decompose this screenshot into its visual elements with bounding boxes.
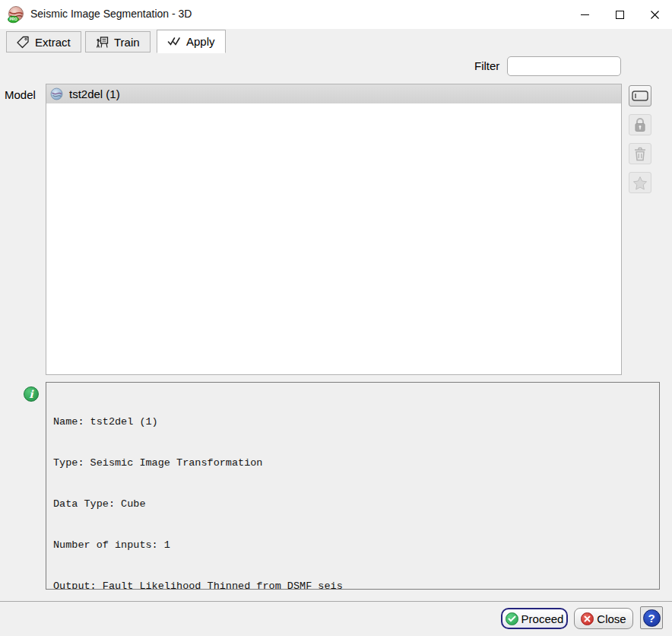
logo-pro-badge: PRO (10, 17, 17, 21)
double-check-icon (167, 36, 181, 47)
help-button[interactable]: ? (640, 606, 663, 629)
tab-extract-label: Extract (35, 36, 71, 49)
info-line-data-type: Data Type: Cube (53, 498, 652, 511)
proceed-button[interactable]: Proceed (501, 608, 568, 629)
info-line-inputs: Number of inputs: 1 (53, 539, 652, 552)
maximize-button[interactable] (602, 0, 637, 29)
trainer-board-icon (96, 36, 109, 49)
close-icon (650, 10, 660, 20)
model-item-label: tst2del (1) (69, 87, 120, 100)
filter-input[interactable] (507, 56, 621, 76)
model-list-item[interactable]: tst2del (1) (46, 84, 621, 103)
filter-label: Filter (474, 59, 499, 72)
footer-separator (0, 601, 672, 602)
maximize-icon (616, 11, 624, 19)
star-icon (632, 176, 648, 190)
trash-icon (634, 147, 646, 161)
minimize-button[interactable] (567, 0, 602, 29)
tab-train-label: Train (114, 36, 140, 49)
tab-extract[interactable]: Extract (6, 31, 81, 52)
rename-button[interactable] (629, 85, 651, 107)
info-line-type: Type: Seismic Image Transformation (53, 456, 652, 470)
model-label: Model (5, 88, 36, 101)
close-window-button[interactable] (637, 0, 672, 29)
tab-train[interactable]: Train (85, 31, 151, 52)
x-circle-icon (581, 612, 594, 625)
info-line-name: Name: tst2del (1) (53, 415, 652, 429)
info-icon: i (24, 386, 39, 402)
tab-apply[interactable]: Apply (157, 30, 226, 53)
titlebar: PRO Seismic Image Segmentation - 3D (0, 0, 672, 29)
info-line-output: Output: Fault_Likelihood_Thinned_from_DS… (53, 580, 652, 590)
check-circle-icon (506, 612, 518, 625)
proceed-label: Proceed (521, 612, 564, 625)
favorite-button (629, 172, 651, 193)
question-mark-icon: ? (643, 609, 661, 627)
rename-field-icon (632, 91, 648, 101)
close-button[interactable]: Close (574, 608, 633, 629)
model-item-icon (50, 87, 63, 100)
window-title: Seismic Image Segmentation - 3D (30, 8, 192, 20)
lock-icon (633, 117, 647, 132)
tab-apply-label: Apply (186, 35, 215, 48)
model-info-panel: Name: tst2del (1) Type: Seismic Image Tr… (46, 382, 660, 590)
lock-button (629, 114, 651, 135)
dialog-seismic-image-segmentation: { "window": { "title": "Seismic Image Se… (0, 0, 672, 636)
model-list: tst2del (1) (46, 84, 622, 375)
delete-button (629, 143, 651, 164)
close-label: Close (597, 612, 626, 625)
minimize-icon (581, 14, 589, 15)
app-logo-icon: PRO (7, 5, 25, 24)
tag-icon (17, 36, 30, 49)
